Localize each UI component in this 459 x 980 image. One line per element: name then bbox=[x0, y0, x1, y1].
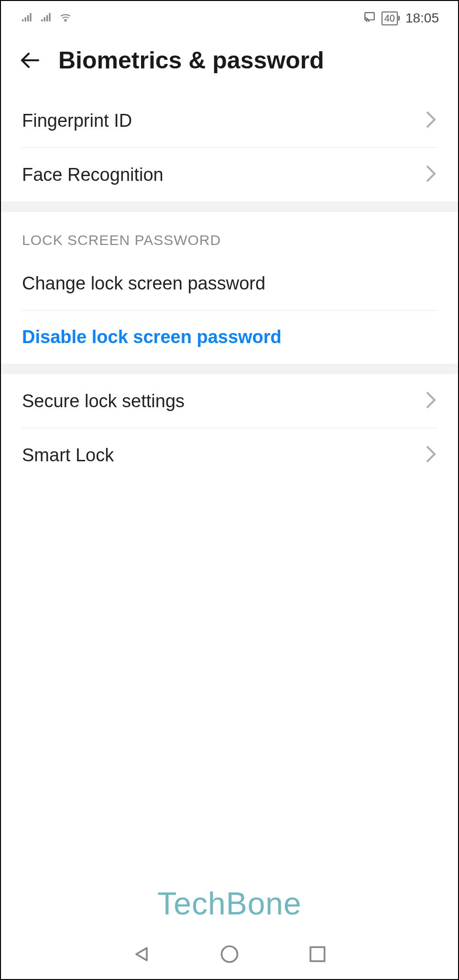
smart-lock-item[interactable]: Smart Lock bbox=[1, 428, 458, 482]
disable-password-label: Disable lock screen password bbox=[22, 327, 282, 347]
svg-rect-13 bbox=[310, 947, 324, 961]
page-title: Biometrics & password bbox=[58, 46, 324, 74]
nav-back-icon[interactable] bbox=[131, 944, 152, 967]
page-header: Biometrics & password bbox=[1, 32, 458, 94]
lock-screen-section-header: LOCK SCREEN PASSWORD bbox=[1, 212, 458, 257]
svg-marker-11 bbox=[136, 948, 147, 960]
disable-password-item[interactable]: Disable lock screen password bbox=[1, 311, 458, 364]
chevron-right-icon bbox=[425, 110, 437, 131]
change-password-label: Change lock screen password bbox=[22, 273, 265, 294]
svg-rect-5 bbox=[44, 17, 45, 22]
chevron-right-icon bbox=[425, 390, 437, 412]
signal-icon-2 bbox=[39, 11, 54, 25]
svg-rect-3 bbox=[30, 13, 31, 21]
face-recognition-label: Face Recognition bbox=[22, 165, 164, 185]
back-button[interactable] bbox=[15, 46, 44, 75]
section-gap bbox=[1, 364, 458, 374]
nav-recent-icon[interactable] bbox=[307, 944, 328, 967]
status-time: 18:05 bbox=[405, 11, 439, 26]
battery-level: 40 bbox=[384, 13, 395, 24]
cast-icon bbox=[362, 11, 377, 26]
chevron-right-icon bbox=[425, 445, 437, 466]
fingerprint-label: Fingerprint ID bbox=[22, 111, 132, 131]
secure-lock-item[interactable]: Secure lock settings bbox=[1, 374, 458, 428]
secure-lock-label: Secure lock settings bbox=[22, 391, 185, 412]
navigation-bar bbox=[1, 931, 458, 979]
signal-icon-1 bbox=[20, 11, 34, 25]
svg-rect-2 bbox=[27, 15, 29, 22]
smart-lock-label: Smart Lock bbox=[22, 445, 114, 466]
battery-icon: 40 bbox=[382, 11, 398, 25]
svg-rect-9 bbox=[365, 12, 374, 20]
chevron-right-icon bbox=[425, 164, 437, 185]
fingerprint-id-item[interactable]: Fingerprint ID bbox=[1, 94, 458, 147]
nav-home-icon[interactable] bbox=[219, 944, 240, 967]
status-left bbox=[20, 11, 73, 25]
svg-point-8 bbox=[65, 20, 66, 21]
svg-rect-6 bbox=[46, 15, 48, 22]
wifi-icon bbox=[58, 11, 73, 25]
section-gap bbox=[1, 201, 458, 212]
svg-point-12 bbox=[222, 947, 238, 962]
status-bar: 40 18:05 bbox=[1, 1, 458, 32]
status-right: 40 18:05 bbox=[362, 11, 439, 26]
face-recognition-item[interactable]: Face Recognition bbox=[1, 148, 458, 201]
svg-rect-7 bbox=[49, 13, 50, 21]
svg-rect-4 bbox=[41, 19, 43, 21]
change-password-item[interactable]: Change lock screen password bbox=[1, 257, 458, 310]
svg-rect-0 bbox=[22, 19, 23, 21]
svg-rect-1 bbox=[25, 17, 26, 22]
watermark: TechBone bbox=[157, 885, 302, 922]
